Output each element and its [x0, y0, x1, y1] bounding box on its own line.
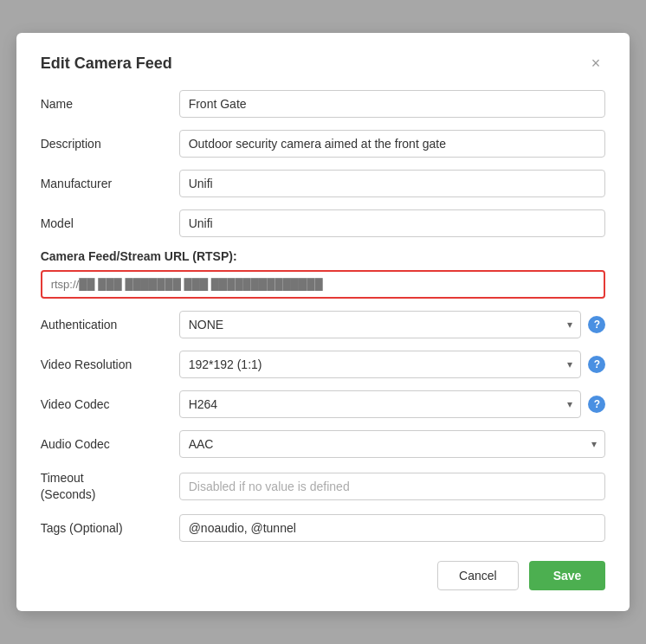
- authentication-row: Authentication NONE BASIC DIGEST ▾ ?: [41, 311, 606, 338]
- rtsp-url-input[interactable]: [42, 272, 604, 297]
- model-row: Model: [41, 209, 606, 237]
- close-button[interactable]: ×: [586, 54, 606, 73]
- audio-codec-label: Audio Codec: [41, 437, 179, 451]
- timeout-row: Timeout(Seconds): [41, 470, 606, 501]
- modal-footer: Cancel Save: [41, 561, 606, 590]
- video-resolution-select[interactable]: 192*192 (1:1) 320*240 (4:3) 640*480 (4:3…: [179, 351, 582, 378]
- timeout-input[interactable]: [179, 473, 606, 500]
- model-input[interactable]: [179, 209, 606, 237]
- video-resolution-label: Video Resolution: [41, 357, 179, 371]
- video-codec-select-wrapper: H264 H265 MJPEG ▾: [179, 390, 582, 418]
- audio-codec-select-wrapper: AAC MP3 OPUS NONE ▾: [179, 430, 606, 458]
- manufacturer-input[interactable]: [179, 170, 606, 197]
- cancel-button[interactable]: Cancel: [437, 561, 519, 590]
- description-row: Description: [41, 130, 606, 158]
- url-input-wrapper: [41, 270, 606, 299]
- tags-label: Tags (Optional): [41, 521, 179, 535]
- authentication-label: Authentication: [41, 318, 179, 332]
- save-button[interactable]: Save: [529, 561, 606, 590]
- name-label: Name: [41, 97, 179, 111]
- name-input[interactable]: [179, 90, 606, 118]
- video-resolution-help-icon[interactable]: ?: [588, 356, 605, 373]
- timeout-label: Timeout(Seconds): [41, 470, 179, 501]
- url-section-label: Camera Feed/Stream URL (RTSP):: [41, 249, 606, 263]
- audio-codec-select[interactable]: AAC MP3 OPUS NONE: [179, 430, 606, 458]
- video-resolution-select-wrapper: 192*192 (1:1) 320*240 (4:3) 640*480 (4:3…: [179, 351, 582, 378]
- manufacturer-row: Manufacturer: [41, 170, 606, 197]
- modal-title: Edit Camera Feed: [41, 55, 172, 73]
- tags-input[interactable]: [179, 514, 606, 542]
- manufacturer-label: Manufacturer: [41, 177, 179, 190]
- modal-overlay: Edit Camera Feed × Name Description Manu…: [0, 0, 646, 644]
- modal-header: Edit Camera Feed ×: [41, 54, 606, 73]
- authentication-help-icon[interactable]: ?: [588, 316, 605, 333]
- description-label: Description: [41, 137, 179, 151]
- video-resolution-row: Video Resolution 192*192 (1:1) 320*240 (…: [41, 351, 606, 378]
- tags-row: Tags (Optional): [41, 514, 606, 542]
- model-label: Model: [41, 216, 179, 230]
- video-codec-row: Video Codec H264 H265 MJPEG ▾ ?: [41, 390, 606, 418]
- video-codec-select[interactable]: H264 H265 MJPEG: [179, 390, 582, 418]
- authentication-select-wrapper: NONE BASIC DIGEST ▾: [179, 311, 582, 338]
- authentication-select[interactable]: NONE BASIC DIGEST: [179, 311, 582, 338]
- video-codec-label: Video Codec: [41, 397, 179, 411]
- description-input[interactable]: [179, 130, 606, 158]
- video-codec-help-icon[interactable]: ?: [588, 396, 605, 413]
- edit-camera-feed-modal: Edit Camera Feed × Name Description Manu…: [16, 33, 630, 610]
- name-row: Name: [41, 90, 606, 118]
- audio-codec-row: Audio Codec AAC MP3 OPUS NONE ▾: [41, 430, 606, 458]
